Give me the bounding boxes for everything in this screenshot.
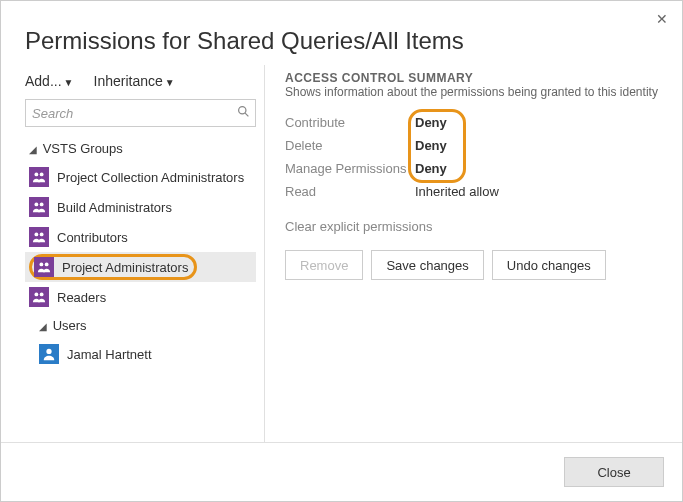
group-item-pca[interactable]: Project Collection Administrators — [25, 162, 256, 192]
vsts-groups-label: VSTS Groups — [43, 141, 123, 156]
group-icon — [34, 257, 54, 277]
caret-down-icon: ▼ — [64, 77, 74, 88]
group-label: Readers — [57, 290, 106, 305]
add-label: Add... — [25, 73, 62, 89]
caret-down-icon: ▼ — [165, 77, 175, 88]
users-label: Users — [53, 318, 87, 333]
perm-label-contribute: Contribute — [285, 115, 415, 130]
svg-point-6 — [34, 232, 38, 236]
svg-point-7 — [40, 232, 44, 236]
perm-value-manage[interactable]: Deny — [415, 161, 658, 176]
group-icon — [29, 197, 49, 217]
permissions-pane: ACCESS CONTROL SUMMARY Shows information… — [265, 65, 658, 442]
perm-label-manage: Manage Permissions — [285, 161, 415, 176]
group-item-build[interactable]: Build Administrators — [25, 192, 256, 222]
collapse-icon: ◢ — [29, 144, 39, 155]
group-label: Project Collection Administrators — [57, 170, 244, 185]
svg-point-3 — [40, 172, 44, 176]
group-label: Project Administrators — [62, 260, 188, 275]
svg-point-0 — [239, 107, 246, 114]
svg-point-2 — [34, 172, 38, 176]
svg-point-4 — [34, 202, 38, 206]
clear-permissions-link[interactable]: Clear explicit permissions — [285, 219, 658, 234]
highlight-ring: Project Administrators — [29, 254, 197, 280]
group-item-readers[interactable]: Readers — [25, 282, 256, 312]
inheritance-label: Inheritance — [94, 73, 163, 89]
perm-value-delete[interactable]: Deny — [415, 138, 658, 153]
group-item-contributors[interactable]: Contributors — [25, 222, 256, 252]
save-changes-button[interactable]: Save changes — [371, 250, 483, 280]
svg-point-11 — [40, 292, 44, 296]
perm-value-contribute[interactable]: Deny — [415, 115, 658, 130]
svg-line-1 — [245, 113, 248, 116]
svg-point-5 — [40, 202, 44, 206]
acs-subtitle: Shows information about the permissions … — [285, 85, 658, 99]
user-label: Jamal Hartnett — [67, 347, 152, 362]
action-buttons: Remove Save changes Undo changes — [285, 250, 658, 280]
group-label: Contributors — [57, 230, 128, 245]
perm-label-delete: Delete — [285, 138, 415, 153]
group-item-project-admins[interactable]: Project Administrators — [25, 252, 256, 282]
remove-button[interactable]: Remove — [285, 250, 363, 280]
user-avatar-icon — [39, 344, 59, 364]
svg-point-8 — [39, 262, 43, 266]
user-item-jamal[interactable]: Jamal Hartnett — [25, 339, 256, 369]
users-header[interactable]: ◢ Users — [25, 312, 256, 339]
svg-point-12 — [46, 349, 51, 354]
group-label: Build Administrators — [57, 200, 172, 215]
dialog-body: Add...▼ Inheritance▼ ◢ VSTS Groups Proje… — [1, 65, 682, 442]
group-icon — [29, 167, 49, 187]
svg-point-9 — [45, 262, 49, 266]
close-button[interactable]: Close — [564, 457, 664, 487]
vsts-groups-header[interactable]: ◢ VSTS Groups — [25, 135, 256, 162]
identity-toolbar: Add...▼ Inheritance▼ — [25, 73, 256, 99]
svg-point-10 — [34, 292, 38, 296]
identity-pane: Add...▼ Inheritance▼ ◢ VSTS Groups Proje… — [25, 65, 265, 442]
permissions-dialog: ✕ Permissions for Shared Queries/All Ite… — [0, 0, 683, 502]
group-icon — [29, 227, 49, 247]
acs-heading: ACCESS CONTROL SUMMARY — [285, 71, 658, 85]
undo-changes-button[interactable]: Undo changes — [492, 250, 606, 280]
collapse-icon: ◢ — [39, 321, 49, 332]
close-icon[interactable]: ✕ — [656, 11, 668, 27]
group-icon — [29, 287, 49, 307]
perm-value-read[interactable]: Inherited allow — [415, 184, 658, 199]
permissions-list: Contribute Deny Delete Deny Manage Permi… — [285, 115, 658, 199]
inheritance-dropdown[interactable]: Inheritance▼ — [94, 73, 175, 89]
search-wrap — [25, 99, 256, 127]
dialog-footer: Close — [1, 442, 682, 501]
dialog-title: Permissions for Shared Queries/All Items — [1, 1, 682, 65]
search-icon — [237, 105, 250, 121]
add-dropdown[interactable]: Add...▼ — [25, 73, 74, 89]
search-input[interactable] — [25, 99, 256, 127]
perm-label-read: Read — [285, 184, 415, 199]
